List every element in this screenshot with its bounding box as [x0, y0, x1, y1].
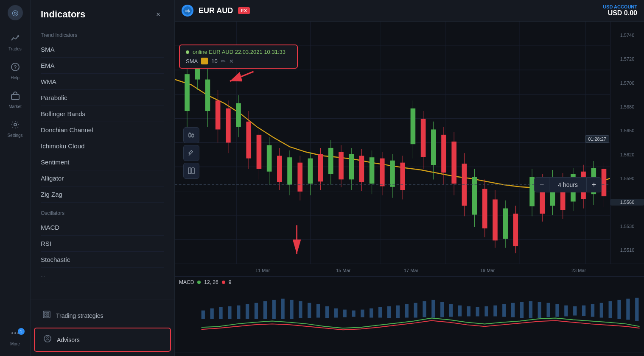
indicators-close-button[interactable]: ×: [152, 8, 164, 20]
nav-trades-label: Trades: [8, 47, 22, 51]
chart-scrollbar[interactable]: [175, 353, 644, 356]
svg-point-4: [14, 123, 17, 126]
sma-edit-icon[interactable]: ✏: [221, 58, 226, 64]
svg-rect-174: [635, 298, 638, 321]
date-11mar: 11 Mar: [255, 268, 270, 273]
indicator-donchian[interactable]: Donchian Channel: [41, 122, 164, 138]
date-23mar: 23 Mar: [571, 268, 586, 273]
svg-rect-130: [246, 304, 249, 319]
svg-text:?: ?: [14, 64, 17, 70]
app-logo[interactable]: ◎: [8, 5, 23, 20]
nav-settings[interactable]: Settings: [2, 115, 29, 142]
trend-section-title: Trend Indicators: [41, 32, 164, 38]
svg-rect-144: [370, 309, 373, 318]
svg-rect-121: [188, 168, 191, 174]
time-indicator: 01:28:27: [585, 135, 609, 143]
svg-rect-163: [538, 302, 541, 318]
sma-label: SMA: [186, 58, 198, 64]
svg-rect-173: [626, 299, 630, 320]
svg-rect-61: [328, 148, 333, 174]
indicators-list: Trend Indicators SMA EMA WMA Parabolic B…: [31, 27, 174, 300]
advisors-button[interactable]: Advisors: [34, 328, 171, 352]
svg-rect-79: [421, 119, 426, 157]
market-icon: [11, 91, 20, 103]
price-axis: 1.5740 1.5720 1.5700 1.5680 1.5650 1.562…: [610, 22, 644, 264]
svg-point-14: [47, 337, 48, 338]
nav-more[interactable]: 1 More: [2, 324, 29, 351]
svg-rect-148: [405, 304, 409, 318]
indicator-more-oscillators[interactable]: ...: [41, 268, 164, 283]
svg-rect-156: [476, 307, 479, 317]
svg-rect-161: [520, 302, 524, 318]
svg-point-0: [17, 35, 19, 37]
svg-rect-12: [47, 315, 49, 317]
split-tool[interactable]: [183, 163, 199, 179]
settings-icon: [11, 120, 20, 131]
indicator-ichimoku[interactable]: Ichimoku Cloud: [41, 138, 164, 154]
indicator-rsi[interactable]: RSI: [41, 236, 164, 252]
chart-header: €$ EUR AUD FX USD ACCOUNT USD 0.00: [175, 0, 644, 22]
price-current: 1.5560: [610, 199, 644, 206]
indicator-parabolic[interactable]: Parabolic: [41, 90, 164, 106]
candlestick-tool[interactable]: [183, 127, 199, 143]
draw-tool[interactable]: [183, 145, 199, 161]
svg-rect-140: [334, 309, 338, 318]
indicator-sma[interactable]: SMA: [41, 42, 164, 58]
macd-dot-green: [197, 281, 201, 284]
svg-rect-155: [467, 306, 470, 317]
svg-rect-63: [339, 152, 344, 180]
price-1.5530: 1.5530: [610, 223, 644, 230]
svg-rect-167: [573, 306, 577, 316]
main-chart-area: €$ EUR AUD FX USD ACCOUNT USD 0.00 onlin…: [175, 0, 644, 356]
indicator-ema[interactable]: EMA: [41, 58, 164, 74]
svg-rect-47: [257, 135, 262, 169]
svg-rect-125: [202, 311, 205, 319]
indicator-bollinger[interactable]: Bollinger Bands: [41, 106, 164, 122]
svg-rect-89: [472, 177, 477, 214]
nav-market[interactable]: Market: [2, 86, 29, 114]
indicator-macd[interactable]: MACD: [41, 220, 164, 236]
indicator-sentiment[interactable]: Sentiment: [41, 154, 164, 170]
svg-rect-59: [318, 154, 323, 182]
help-icon: ?: [11, 62, 20, 74]
price-1.5740: 1.5740: [610, 32, 644, 39]
sma-close-icon[interactable]: ✕: [229, 58, 234, 64]
svg-rect-168: [582, 306, 585, 316]
left-nav: ◎ Trades ? Help Market: [0, 0, 31, 356]
account-info: USD ACCOUNT USD 0.00: [603, 4, 637, 17]
date-19mar: 19 Mar: [480, 268, 495, 273]
indicator-wma[interactable]: WMA: [41, 74, 164, 90]
svg-rect-153: [449, 304, 453, 317]
macd-legend-1226: 12, 26: [204, 279, 218, 285]
svg-text:€$: €$: [185, 9, 190, 13]
macd-label-row: MACD 12, 26 9: [179, 279, 231, 285]
svg-point-5: [14, 332, 16, 334]
svg-rect-115: [189, 134, 191, 137]
time-increase-button[interactable]: +: [586, 177, 602, 192]
svg-rect-138: [316, 304, 320, 318]
indicator-zigzag[interactable]: Zig Zag: [41, 186, 164, 203]
indicator-stochastic[interactable]: Stochastic: [41, 252, 164, 268]
svg-rect-158: [493, 306, 497, 317]
svg-rect-141: [343, 310, 346, 317]
svg-rect-49: [267, 145, 272, 172]
time-decrease-button[interactable]: −: [534, 177, 549, 192]
svg-rect-122: [192, 168, 194, 174]
trading-strategies-button[interactable]: Trading strategies: [34, 304, 171, 327]
svg-rect-165: [555, 304, 559, 317]
nav-trades[interactable]: Trades: [2, 29, 29, 56]
indicator-alligator[interactable]: Alligator: [41, 170, 164, 186]
svg-rect-149: [414, 303, 417, 318]
macd-legend-9: 9: [229, 279, 232, 285]
svg-rect-11: [45, 315, 46, 317]
nav-help[interactable]: ? Help: [2, 58, 29, 85]
advisors-icon: [43, 334, 52, 345]
svg-rect-43: [236, 103, 241, 127]
svg-rect-91: [482, 189, 487, 228]
svg-point-6: [11, 332, 13, 334]
price-1.5590: 1.5590: [610, 175, 644, 182]
svg-rect-33: [185, 74, 190, 111]
svg-rect-151: [431, 300, 435, 318]
svg-rect-134: [281, 299, 284, 319]
svg-rect-39: [216, 100, 221, 129]
